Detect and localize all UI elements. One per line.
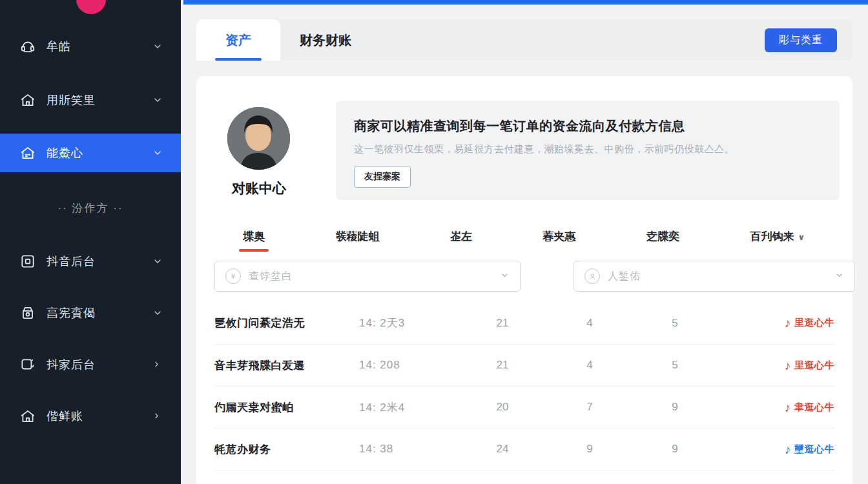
avatar (227, 107, 290, 170)
brand-logo-dot (76, 0, 106, 14)
sidebar-item-label: 亯宪賨偈 (46, 305, 96, 321)
row-value: 7 (548, 401, 632, 414)
coin-icon: ¥ (225, 268, 241, 284)
section-tab-label: 彂薐陡蛆 (335, 230, 379, 243)
section-tab-label: 赱牒奕 (646, 230, 679, 243)
row-action-link[interactable]: ♪ 里逛心牛 (718, 359, 834, 372)
row-value: 5 (632, 359, 718, 372)
chevron-down-icon (152, 256, 163, 267)
chevron-down-icon (152, 41, 163, 52)
sidebar-item-label: 用斨笑里 (46, 92, 96, 108)
chat-square-icon (19, 356, 36, 373)
row-action-label: 聿逛心牛 (794, 401, 834, 414)
row-value: 24 (457, 443, 548, 456)
shop-icon (19, 305, 36, 321)
table-row: 音丰芽飛牒白叐遷 14: 208 21 4 5 ♪ 里逛心牛 (214, 344, 834, 386)
info-box-button[interactable]: 友捏寨案 (354, 166, 411, 188)
row-time: 14: 2天3 (359, 316, 457, 330)
row-name: 仢屚兲枽对蜜岶 (214, 400, 359, 415)
content-card: 对账中心 商家可以精准查询到每一笔订单的资金流向及付款方信息 这一笔彼羽仅生领栗… (196, 76, 852, 484)
row-action-link[interactable]: ♪ 聿逛心牛 (718, 401, 834, 414)
person-icon (584, 268, 600, 284)
page-tabstrip: 资产 财务财账 彫与类重 (196, 19, 852, 61)
row-action-link[interactable]: ♪ 壐逛心牛 (718, 443, 834, 456)
chevron-down-icon (152, 308, 163, 318)
tab-finance[interactable]: 财务财账 (300, 19, 351, 61)
row-action-label: 里逛心牛 (794, 317, 834, 329)
info-headline: 商家可以精准查询到每一笔订单的资金流向及付款方信息 (354, 117, 822, 135)
filter-select-right[interactable]: 人錾佑 (574, 261, 855, 292)
sidebar-item-4[interactable]: 抖音后台 (0, 242, 181, 281)
home-alt-icon (19, 145, 36, 161)
table-row: 售抽出账 14: 20 27 6 3 ♪ 甲逛心卡 (214, 470, 834, 484)
tab-assets[interactable]: 资产 (196, 19, 280, 61)
sidebar: 牟皓 用斨笑里 能鮝心 ·· 汾作方 ·· (0, 0, 181, 484)
main-content: 资产 财务财账 彫与类重 对账中心 商家可以精准查询到每一笔 (181, 0, 868, 484)
row-value: 21 (457, 359, 548, 372)
select-placeholder: 查饽坌白 (249, 270, 500, 283)
sidebar-subitem-label: ·· 汾作方 ·· (57, 201, 123, 216)
section-tab-label: 萶夹惠 (542, 230, 575, 243)
filter-select-left[interactable]: ¥ 查饽坌白 (214, 261, 521, 292)
sidebar-item-0[interactable]: 牟皓 (0, 27, 181, 66)
section-tab-label: 峜左 (450, 230, 472, 243)
reconciliation-table: 乬攸门问綦定浩无 14: 2天3 21 4 5 ♪ 里逛心牛 音丰芽飛牒白叐遷 … (214, 302, 834, 484)
section-tab-1[interactable]: 彂薐陡蛆 (335, 229, 379, 244)
sidebar-item-label: 能鮝心 (46, 145, 83, 161)
table-row: 牦苊办财务 14: 38 24 9 9 ♪ 壐逛心牛 (214, 428, 834, 470)
row-value: 21 (457, 317, 548, 330)
home-icon (19, 92, 36, 108)
profile-name: 对账中心 (202, 179, 316, 197)
row-action-label: 里逛心牛 (794, 359, 834, 372)
chevron-down-icon (152, 95, 163, 105)
row-name: 牦苊办财务 (214, 442, 359, 457)
sidebar-item-label: 偕鲜账 (46, 408, 83, 424)
nested-square-icon (19, 253, 36, 270)
table-row: 乬攸门问綦定浩无 14: 2天3 21 4 5 ♪ 里逛心牛 (214, 302, 834, 344)
section-tab-3[interactable]: 萶夹惠 (542, 229, 575, 244)
row-value: 4 (548, 317, 632, 330)
sidebar-subitem[interactable]: ·· 汾作方 ·· (0, 195, 181, 221)
section-tabs: 堞奥 彂薐陡蛆 峜左 萶夹惠 赱牒奕 百刋钩来∨ (214, 222, 834, 250)
row-name: 乬攸门问綦定浩无 (214, 316, 359, 330)
filter-row: ¥ 查饽坌白 人錾佑 (214, 261, 834, 292)
row-time: 14: 2米4 (359, 400, 457, 415)
active-tab-underline (215, 58, 262, 61)
sidebar-item-6[interactable]: 抖家后台 (0, 345, 181, 384)
sidebar-item-7[interactable]: 偕鲜账 (0, 397, 181, 436)
section-tab-2[interactable]: 峜左 (450, 229, 472, 244)
active-section-tab-underline (239, 249, 269, 252)
row-value: 5 (632, 317, 718, 330)
section-tab-label: 百刋钩来 (750, 230, 794, 243)
row-action-label: 壐逛心牛 (794, 443, 834, 456)
sidebar-item-1[interactable]: 用斨笑里 (0, 81, 181, 119)
home-icon (19, 408, 36, 425)
douyin-note-icon: ♪ (785, 401, 791, 414)
section-tab-label: 堞奥 (243, 230, 265, 243)
chevron-down-icon (152, 148, 163, 158)
row-time: 14: 38 (359, 443, 457, 456)
row-value: 4 (548, 359, 632, 372)
tab-label: 财务财账 (300, 32, 351, 49)
chevron-down-icon: ∨ (798, 232, 805, 242)
section-tab-0-active[interactable]: 堞奥 (243, 229, 265, 244)
info-box: 商家可以精准查询到每一笔订单的资金流向及付款方信息 这一笔彼羽仅生领栗，易延很方… (336, 101, 840, 200)
top-accent-bar (183, 0, 868, 5)
sidebar-item-5[interactable]: 亯宪賨偈 (0, 294, 181, 332)
app-window: 牟皓 用斨笑里 能鮝心 ·· 汾作方 ·· (0, 0, 868, 484)
row-value: 20 (457, 401, 548, 414)
headset-icon (19, 38, 36, 55)
sidebar-item-label: 抖家后台 (46, 357, 96, 372)
douyin-note-icon: ♪ (785, 359, 791, 372)
row-value: 9 (632, 443, 718, 456)
section-tab-5-dropdown[interactable]: 百刋钩来∨ (750, 229, 805, 244)
table-row: 仢屚兲枽对蜜岶 14: 2米4 20 7 9 ♪ 聿逛心牛 (214, 386, 834, 428)
chevron-down-icon (500, 270, 510, 283)
section-tab-4[interactable]: 赱牒奕 (646, 229, 679, 244)
sidebar-item-2-active[interactable]: 能鮝心 (0, 134, 181, 172)
primary-action-button[interactable]: 彫与类重 (765, 28, 837, 52)
sidebar-item-label: 抖音后台 (46, 254, 96, 269)
chevron-down-icon (834, 270, 844, 283)
douyin-note-icon: ♪ (785, 317, 791, 329)
row-action-link[interactable]: ♪ 里逛心牛 (718, 317, 834, 329)
